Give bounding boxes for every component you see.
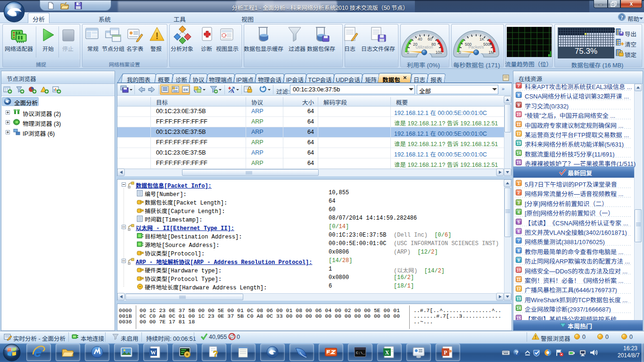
svg-text:75.3%: 75.3% <box>575 47 597 56</box>
svg-text:12: 12 <box>516 132 521 136</box>
svg-text:60: 60 <box>428 37 432 41</box>
svg-text:Utilization: Utilization <box>416 45 433 49</box>
svg-text:14: 14 <box>516 306 521 311</box>
svg-text:9: 9 <box>518 258 520 263</box>
svg-text:?: ? <box>213 349 218 359</box>
svg-text:15: 15 <box>516 160 521 165</box>
svg-text:X: X <box>385 349 389 356</box>
svg-text:7: 7 <box>518 83 520 88</box>
svg-text:9: 9 <box>518 103 520 107</box>
svg-text:1: 1 <box>518 181 520 186</box>
svg-text:13: 13 <box>516 141 521 146</box>
svg-text:!: ! <box>535 335 536 340</box>
svg-text:0X: 0X <box>183 88 188 92</box>
svg-text:10: 10 <box>516 112 521 117</box>
svg-text:?: ? <box>515 350 519 355</box>
svg-text:11: 11 <box>517 122 521 126</box>
svg-text:3: 3 <box>518 200 520 205</box>
svg-text:8: 8 <box>518 93 520 98</box>
svg-text:10: 10 <box>516 267 521 272</box>
svg-text:11: 11 <box>517 277 521 282</box>
svg-text:6: 6 <box>518 229 520 234</box>
svg-text:12: 12 <box>516 287 521 291</box>
svg-text:40: 40 <box>418 37 422 41</box>
svg-text:5: 5 <box>518 219 520 224</box>
svg-text:100: 100 <box>436 50 442 55</box>
svg-text:8: 8 <box>518 248 520 253</box>
svg-text:4: 4 <box>518 210 520 214</box>
svg-text:14: 14 <box>516 151 521 156</box>
svg-text:15: 15 <box>516 315 521 320</box>
svg-text:500K: 500K <box>483 42 493 47</box>
svg-text:C:\_: C:\_ <box>356 351 365 355</box>
svg-text:!: ! <box>156 31 159 41</box>
svg-text:7: 7 <box>518 239 520 243</box>
svg-text:13: 13 <box>516 296 521 301</box>
svg-text:2: 2 <box>518 190 520 195</box>
svg-text:0: 0 <box>407 50 409 55</box>
svg-text:1K: 1K <box>479 37 485 41</box>
svg-text:Packet/s: Packet/s <box>469 45 484 49</box>
svg-text:P: P <box>444 349 447 356</box>
svg-text:0: 0 <box>459 50 461 55</box>
svg-text:W: W <box>150 349 156 356</box>
svg-text:1M: 1M <box>488 50 494 55</box>
svg-text:?: ? <box>620 14 623 21</box>
